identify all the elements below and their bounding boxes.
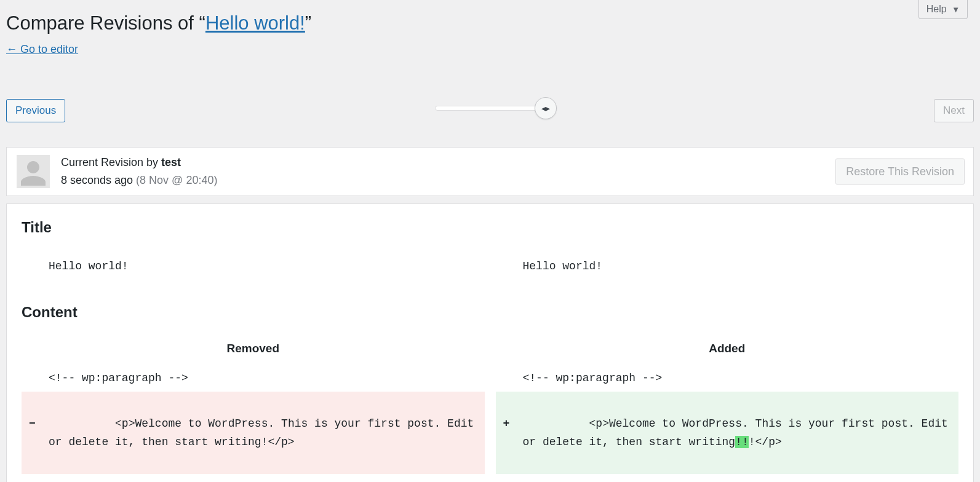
slider-track (435, 106, 546, 111)
diff-content-heading: Content (22, 304, 958, 321)
added-header: Added (496, 338, 959, 365)
help-tab[interactable]: Help ▼ (918, 0, 968, 19)
removed-marker: − (29, 414, 36, 433)
revision-meta-text: Current Revision by test 8 seconds ago (… (61, 154, 217, 189)
compare-icon: ◂▸ (541, 103, 550, 113)
person-icon (18, 159, 48, 188)
previous-button[interactable]: Previous (6, 99, 65, 122)
post-title-link[interactable]: Hello world! (205, 12, 305, 34)
title-new: Hello world! (496, 253, 959, 280)
page-title: Compare Revisions of “Hello world!” (6, 6, 974, 36)
added-line: +<p>Welcome to WordPress. This is your f… (496, 392, 959, 474)
diff-panel: Title Hello world! Hello world! Content … (6, 203, 974, 482)
revision-slider[interactable]: ◂▸ (435, 103, 546, 110)
revision-nav: Previous ◂▸ Next (6, 99, 974, 128)
diff-title-heading: Title (22, 219, 958, 236)
title-suffix: ” (305, 12, 311, 34)
context-line-new: <!-- wp:paragraph --> (496, 365, 959, 392)
removed-text: <p>Welcome to WordPress. This is your fi… (49, 417, 480, 449)
go-to-editor-link[interactable]: ← Go to editor (6, 43, 78, 56)
revision-ago: 8 seconds ago (61, 174, 136, 186)
revision-date: (8 Nov @ 20:40) (136, 174, 217, 186)
removed-line: −<p>Welcome to WordPress. This is your f… (22, 392, 485, 474)
avatar (17, 155, 50, 188)
chevron-down-icon: ▼ (952, 5, 960, 14)
revision-author: test (161, 156, 181, 168)
title-prefix: Compare Revisions of “ (6, 12, 205, 34)
removed-header: Removed (22, 338, 485, 365)
context-line-old: <!-- wp:paragraph --> (22, 365, 485, 392)
next-button: Next (934, 99, 974, 122)
revision-meta: Current Revision by test 8 seconds ago (… (6, 147, 974, 196)
added-text-post: !</p> (749, 436, 782, 448)
restore-revision-button: Restore This Revision (835, 159, 965, 185)
help-label: Help (926, 4, 947, 14)
revision-label-prefix: Current Revision by (61, 156, 161, 168)
slider-handle[interactable]: ◂▸ (535, 97, 557, 119)
added-marker: + (503, 414, 510, 433)
title-old: Hello world! (22, 253, 485, 280)
added-highlight: !! (735, 436, 749, 448)
